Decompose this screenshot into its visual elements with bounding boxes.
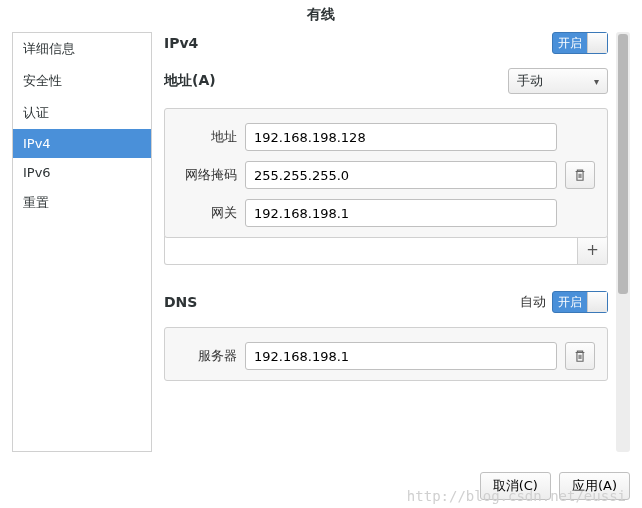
ipv4-heading: IPv4 bbox=[164, 35, 198, 51]
sidebar-item-auth[interactable]: 认证 bbox=[13, 97, 151, 129]
dns-header-row: DNS 自动 开启 bbox=[164, 291, 608, 313]
dns-auto-toggle[interactable]: 开启 bbox=[552, 291, 608, 313]
trash-icon bbox=[573, 168, 587, 182]
cancel-button[interactable]: 取消(C) bbox=[480, 472, 551, 500]
chevron-down-icon: ▾ bbox=[594, 76, 599, 87]
sidebar-item-reset[interactable]: 重置 bbox=[13, 187, 151, 219]
scrollbar-track[interactable] bbox=[616, 32, 630, 452]
ipv4-toggle-label: 开启 bbox=[553, 35, 587, 52]
delete-dns-button[interactable] bbox=[565, 342, 595, 370]
dns-heading: DNS bbox=[164, 294, 197, 310]
main-panel: IPv4 开启 地址(A) 手动 ▾ 地址 bbox=[164, 32, 614, 452]
trash-icon bbox=[573, 349, 587, 363]
ipv4-toggle[interactable]: 开启 bbox=[552, 32, 608, 54]
dialog-body: 详细信息 安全性 认证 IPv4 IPv6 重置 IPv4 开启 地址(A) bbox=[0, 32, 642, 464]
netmask-label: 网络掩码 bbox=[177, 166, 237, 184]
sidebar-item-ipv4[interactable]: IPv4 bbox=[13, 129, 151, 158]
dns-server-row: 服务器 bbox=[177, 342, 595, 370]
address-method-select[interactable]: 手动 ▾ bbox=[508, 68, 608, 94]
network-settings-dialog: 有线 详细信息 安全性 认证 IPv4 IPv6 重置 IPv4 开启 地址(A bbox=[0, 0, 642, 508]
ipv4-header-row: IPv4 开启 bbox=[164, 32, 608, 54]
gateway-row: 网关 bbox=[177, 199, 595, 227]
netmask-row: 网络掩码 bbox=[177, 161, 595, 189]
address-row: 地址 bbox=[177, 123, 595, 151]
address-add-row: + bbox=[164, 236, 608, 265]
dns-right-group: 自动 开启 bbox=[520, 291, 608, 313]
dns-toggle-label: 开启 bbox=[553, 294, 587, 311]
toggle-knob-icon bbox=[587, 292, 607, 312]
toggle-knob-icon bbox=[587, 33, 607, 53]
dns-server-label: 服务器 bbox=[177, 347, 237, 365]
dialog-footer: 取消(C) 应用(A) bbox=[0, 464, 642, 508]
sidebar-item-ipv6[interactable]: IPv6 bbox=[13, 158, 151, 187]
plus-icon: + bbox=[586, 241, 599, 259]
address-heading: 地址(A) bbox=[164, 72, 216, 90]
address-method-value: 手动 bbox=[517, 72, 543, 90]
address-input[interactable] bbox=[245, 123, 557, 151]
address-panel: 地址 网络掩码 网关 bbox=[164, 108, 608, 238]
gateway-label: 网关 bbox=[177, 204, 237, 222]
dialog-title: 有线 bbox=[0, 0, 642, 32]
delete-address-button[interactable] bbox=[565, 161, 595, 189]
sidebar-item-security[interactable]: 安全性 bbox=[13, 65, 151, 97]
dns-server-input[interactable] bbox=[245, 342, 557, 370]
dns-auto-label: 自动 bbox=[520, 293, 546, 311]
dns-panel: 服务器 bbox=[164, 327, 608, 381]
address-header-row: 地址(A) 手动 ▾ bbox=[164, 68, 608, 94]
add-address-button[interactable]: + bbox=[577, 236, 607, 264]
address-label: 地址 bbox=[177, 128, 237, 146]
sidebar-item-details[interactable]: 详细信息 bbox=[13, 33, 151, 65]
sidebar: 详细信息 安全性 认证 IPv4 IPv6 重置 bbox=[12, 32, 152, 452]
main-wrap: IPv4 开启 地址(A) 手动 ▾ 地址 bbox=[164, 32, 630, 452]
scrollbar-thumb[interactable] bbox=[618, 34, 628, 294]
gateway-input[interactable] bbox=[245, 199, 557, 227]
apply-button[interactable]: 应用(A) bbox=[559, 472, 630, 500]
netmask-input[interactable] bbox=[245, 161, 557, 189]
